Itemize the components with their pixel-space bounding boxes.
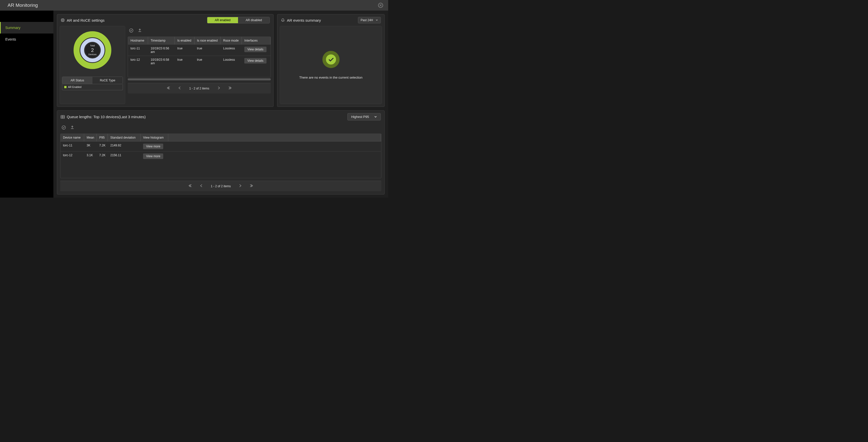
first-page-button[interactable] <box>167 86 170 90</box>
table-row[interactable]: torc-12 10/19/23 6:58 am true true Lossl… <box>128 56 271 67</box>
close-button[interactable] <box>378 3 383 8</box>
ar-table: Hostname Timestamp Is enabled Is roce en… <box>128 36 271 77</box>
view-more-button[interactable]: View more <box>143 144 163 149</box>
col-device[interactable]: Device name <box>60 134 84 141</box>
horizontal-scrollbar[interactable] <box>128 78 271 80</box>
main-content: AR and RoCE settings AR enabled AR disab… <box>53 10 388 198</box>
table-row[interactable]: torc-12 3.1K 7.2K 2156.11 View more <box>60 151 381 161</box>
sidebar-item-events[interactable]: Events <box>0 33 53 45</box>
col-interfaces[interactable]: Interfaces <box>242 37 271 45</box>
events-panel: AR events summary Past 24H There are no … <box>277 14 384 107</box>
col-roce-mode[interactable]: Roce mode <box>221 37 242 45</box>
chevron-down-icon <box>376 19 378 22</box>
success-icon <box>322 51 340 68</box>
col-timestamp[interactable]: Timestamp <box>148 37 175 45</box>
donut-total-label: Total <box>88 45 96 47</box>
cpu-icon <box>61 18 65 22</box>
svg-rect-0 <box>61 19 64 22</box>
export-button[interactable] <box>70 125 75 130</box>
ar-enabled-toggle[interactable]: AR enabled <box>207 17 238 23</box>
prev-page-button[interactable] <box>178 86 182 90</box>
last-page-button[interactable] <box>228 86 231 90</box>
ar-roce-panel: AR and RoCE settings AR enabled AR disab… <box>57 14 274 107</box>
next-page-button[interactable] <box>217 86 220 90</box>
col-p95[interactable]: P95 <box>97 134 108 141</box>
queue-panel: Queue lengths: Top 10 devices(Last 3 min… <box>57 110 384 195</box>
view-more-button[interactable]: View more <box>143 153 163 159</box>
next-page-button[interactable] <box>238 184 242 188</box>
bell-icon <box>281 18 285 22</box>
events-empty-state: There are no events in the current selec… <box>280 26 382 104</box>
table-row[interactable]: torc-11 10/19/23 6:56 am true true Lossl… <box>128 45 271 56</box>
panel-title-text: AR and RoCE settings <box>67 18 104 23</box>
export-button[interactable] <box>137 28 142 33</box>
col-histogram[interactable]: View histogram <box>141 134 168 141</box>
legend: AR Enabled <box>62 84 123 90</box>
chevron-down-icon <box>374 115 377 118</box>
ar-disabled-toggle[interactable]: AR disabled <box>238 17 270 23</box>
select-all-button[interactable] <box>129 28 134 33</box>
sidebar-item-summary[interactable]: Summary <box>0 22 53 33</box>
queue-table: Device name Mean P95 Standard deviation … <box>60 134 381 178</box>
donut-count: 2 <box>88 47 96 53</box>
pager-text: 1 - 2 of 2 items <box>189 87 209 90</box>
time-range-select[interactable]: Past 24H <box>358 17 381 24</box>
ar-toggle: AR enabled AR disabled <box>207 17 270 24</box>
pager-text: 1 - 2 of 2 items <box>211 184 231 188</box>
tab-roce-type[interactable]: RoCE Type <box>92 77 123 84</box>
last-page-button[interactable] <box>249 184 253 188</box>
svg-rect-1 <box>62 20 63 21</box>
sort-select[interactable]: Highest P95 <box>347 113 381 120</box>
tab-ar-status[interactable]: AR Status <box>62 77 92 84</box>
col-enabled[interactable]: Is enabled <box>175 37 194 45</box>
queue-pager: 1 - 2 of 2 items <box>60 181 381 191</box>
select-all-button[interactable] <box>61 125 66 130</box>
close-icon <box>379 4 382 6</box>
page-title: AR Monitoring <box>7 2 38 8</box>
first-page-button[interactable] <box>189 184 192 188</box>
table-icon <box>61 115 65 119</box>
app-header: AR Monitoring <box>0 0 388 10</box>
donut-chart: Total 2 Devices <box>73 31 111 69</box>
legend-label: AR Enabled <box>68 86 81 88</box>
empty-message: There are no events in the current selec… <box>299 76 363 79</box>
col-roce-enabled[interactable]: Is roce enabled <box>194 37 221 45</box>
col-mean[interactable]: Mean <box>84 134 97 141</box>
panel-title-text: AR events summary <box>287 18 321 23</box>
table-row[interactable]: torc-11 3K 7.2K 2149.92 View more <box>60 141 381 151</box>
view-details-button[interactable]: View details <box>244 58 267 63</box>
prev-page-button[interactable] <box>200 184 203 188</box>
col-hostname[interactable]: Hostname <box>128 37 148 45</box>
panel-title-text: Queue lengths: Top 10 devices(Last 3 min… <box>67 115 146 119</box>
donut-devices-label: Devices <box>88 53 96 56</box>
col-stddev[interactable]: Standard deviation <box>108 134 141 141</box>
legend-swatch <box>64 86 66 88</box>
sidebar: Summary Events <box>0 10 53 198</box>
donut-card: Total 2 Devices AR Status RoCE Type AR E… <box>60 26 125 104</box>
ar-pager: 1 - 2 of 2 items <box>128 83 271 93</box>
view-details-button[interactable]: View details <box>244 47 267 52</box>
